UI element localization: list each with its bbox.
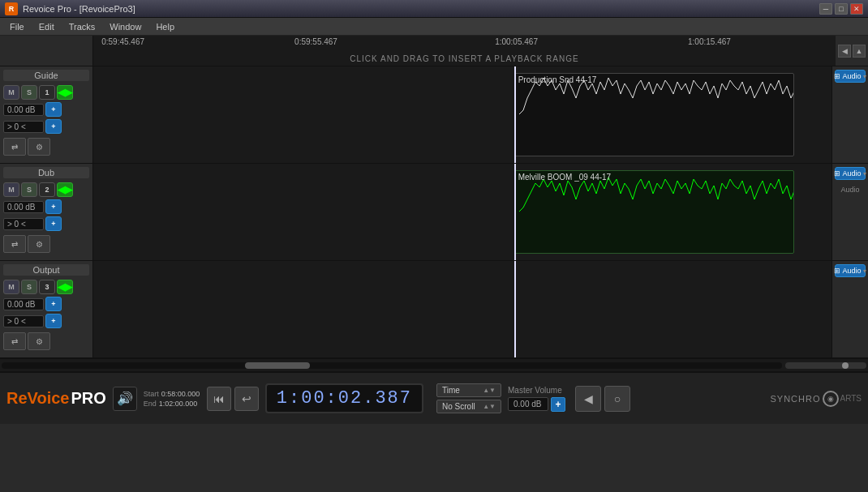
window-title: Revoice Pro - [RevoicePro3] bbox=[23, 4, 135, 14]
guide-vol-display: 0.00 dB bbox=[3, 104, 44, 116]
dub-audio-label: Audio bbox=[842, 169, 861, 178]
timecode-display: 1:00:02.387 bbox=[265, 383, 423, 413]
output-track-title: Output bbox=[3, 264, 89, 276]
dub-track-content[interactable]: Melville BOOM _09 44-17 bbox=[93, 164, 831, 261]
output-vol-row: 0.00 dB + bbox=[3, 297, 89, 311]
guide-vol-row: 0.00 dB + bbox=[3, 102, 89, 117]
synchro-circle-icon: ◉ bbox=[823, 391, 839, 407]
menu-edit[interactable]: Edit bbox=[32, 20, 61, 33]
bottom-bar: ReVoice PRO 🔊 Start 0:58:00.000 End 1:02… bbox=[0, 371, 868, 424]
output-solo-button[interactable]: S bbox=[21, 280, 37, 294]
guide-volume-icon[interactable]: ◀▶ bbox=[57, 85, 73, 100]
guide-solo-button[interactable]: S bbox=[21, 85, 37, 100]
guide-pan-display: > 0 < bbox=[3, 121, 44, 133]
dub-link-button[interactable]: ⇄ bbox=[3, 235, 26, 253]
transport-section: ⏮ ↩ bbox=[207, 387, 259, 411]
scroll-right-button[interactable]: ▲ bbox=[853, 45, 866, 58]
output-settings-button[interactable]: ⚙ bbox=[28, 332, 50, 350]
right-panel: ⊞ Audio ▾ ⊞ Audio ▾ Audio ⊞ Audio ▾ bbox=[831, 66, 868, 358]
zoom-slider[interactable] bbox=[785, 362, 866, 369]
guide-vol-plus-button[interactable]: + bbox=[45, 102, 62, 117]
guide-bottom-btns: ⇄ ⚙ bbox=[3, 136, 89, 157]
dub-right-section: ⊞ Audio ▾ Audio bbox=[832, 164, 868, 261]
dub-solo-button[interactable]: S bbox=[21, 182, 37, 197]
play-back-button[interactable]: ↩ bbox=[234, 387, 259, 411]
output-vol-display: 0.00 dB bbox=[3, 298, 44, 310]
end-value: 1:02:00.000 bbox=[159, 400, 198, 408]
dub-settings-button[interactable]: ⚙ bbox=[28, 235, 50, 253]
scroll-mode-label: No Scroll bbox=[442, 402, 475, 411]
output-track-content[interactable] bbox=[93, 261, 831, 358]
maximize-button[interactable]: □ bbox=[835, 3, 848, 15]
app-logo-area: ReVoice PRO bbox=[6, 389, 106, 408]
output-right-section: ⊞ Audio ▾ bbox=[832, 261, 868, 358]
close-button[interactable]: ✕ bbox=[850, 3, 863, 15]
track-label-guide: Guide M S 1 ◀▶ 0.00 dB + > 0 < + ⇄ ⚙ bbox=[0, 66, 92, 164]
time-mode-label: Time bbox=[442, 386, 460, 395]
guide-clip-label: Production Snd 44-17 bbox=[518, 75, 597, 84]
dub-clip-label: Melville BOOM _09 44-17 bbox=[518, 173, 612, 182]
tracks-content-panel: Production Snd 44-17 Melville BOOM _09 4… bbox=[93, 66, 831, 358]
record-button[interactable]: 🔊 bbox=[113, 387, 137, 411]
ruler-time-1: 0:59:45.467 bbox=[101, 37, 144, 46]
back-button[interactable]: ◀ bbox=[575, 386, 601, 412]
time-mode-dropdown[interactable]: Time ▲▼ bbox=[436, 383, 501, 397]
horizontal-scrollbar[interactable] bbox=[0, 358, 868, 371]
scroll-left-button[interactable]: ◀ bbox=[838, 45, 851, 58]
guide-mute-button[interactable]: M bbox=[3, 85, 19, 100]
menu-bar: File Edit Tracks Window Help bbox=[0, 18, 868, 36]
guide-audio-label: Audio bbox=[842, 72, 861, 80]
dub-track-number: 2 bbox=[39, 182, 55, 197]
output-volume-icon[interactable]: ◀▶ bbox=[57, 280, 73, 294]
guide-track-title: Guide bbox=[3, 70, 89, 81]
scroll-mode-dropdown[interactable]: No Scroll ▲▼ bbox=[436, 400, 501, 413]
dub-mute-button[interactable]: M bbox=[3, 182, 19, 197]
ruler-time-4: 1:00:15.467 bbox=[688, 37, 731, 46]
guide-track-content[interactable]: Production Snd 44-17 bbox=[93, 66, 831, 164]
logo-voice-text: Voice bbox=[28, 389, 70, 407]
guide-audio-button[interactable]: ⊞ Audio ▾ bbox=[835, 70, 866, 83]
timeline-header: 0:59:45.467 0:59:55.467 1:00:05.467 1:00… bbox=[0, 36, 868, 66]
end-label: End bbox=[144, 400, 157, 408]
dub-audio-clip[interactable]: Melville BOOM _09 44-17 bbox=[514, 170, 795, 254]
timeline-ruler[interactable]: 0:59:45.467 0:59:55.467 1:00:05.467 1:00… bbox=[93, 36, 836, 66]
zoom-thumb[interactable] bbox=[842, 362, 849, 369]
dub-pan-plus-button[interactable]: + bbox=[45, 216, 62, 231]
output-vol-plus-button[interactable]: + bbox=[45, 297, 62, 311]
scrollbar-thumb[interactable] bbox=[245, 362, 310, 369]
menu-tracks[interactable]: Tracks bbox=[62, 20, 102, 33]
logo-re-text: Re bbox=[6, 389, 28, 407]
menu-help[interactable]: Help bbox=[149, 20, 181, 33]
guide-pan-plus-button[interactable]: + bbox=[45, 119, 62, 134]
output-audio-button[interactable]: ⊞ Audio ▾ bbox=[835, 264, 866, 277]
dub-audio-button[interactable]: ⊞ Audio ▾ bbox=[835, 167, 866, 180]
output-audio-icon: ⊞ bbox=[834, 267, 840, 275]
guide-audio-clip[interactable]: Production Snd 44-17 bbox=[514, 73, 795, 156]
guide-settings-button[interactable]: ⚙ bbox=[28, 138, 50, 156]
track-label-output: Output M S 3 ◀▶ 0.00 dB + > 0 < + ⇄ ⚙ bbox=[0, 261, 92, 358]
scrollbar-track[interactable] bbox=[2, 362, 782, 369]
master-vol-plus-button[interactable]: + bbox=[551, 397, 565, 412]
playback-controls-right: Time ▲▼ No Scroll ▲▼ bbox=[436, 383, 501, 413]
master-vol-row: 0.00 dB + bbox=[508, 397, 565, 412]
arts-text: ARTS bbox=[840, 394, 862, 403]
title-bar-left: R Revoice Pro - [RevoicePro3] bbox=[5, 2, 135, 15]
output-link-button[interactable]: ⇄ bbox=[3, 332, 26, 350]
output-pan-display: > 0 < bbox=[3, 315, 44, 327]
dub-track-title: Dub bbox=[3, 167, 89, 178]
monitor-button[interactable]: ○ bbox=[604, 386, 630, 412]
menu-window[interactable]: Window bbox=[103, 20, 148, 33]
minimize-button[interactable]: ─ bbox=[819, 3, 832, 15]
guide-audio-icon: ⊞ bbox=[834, 72, 840, 80]
rewind-button[interactable]: ⏮ bbox=[207, 387, 231, 411]
output-mute-button[interactable]: M bbox=[3, 280, 19, 294]
dub-volume-icon[interactable]: ◀▶ bbox=[57, 182, 73, 197]
timeline-scroll-buttons: ◀ ▲ bbox=[836, 36, 868, 66]
guide-link-button[interactable]: ⇄ bbox=[3, 138, 26, 156]
menu-file[interactable]: File bbox=[3, 20, 31, 33]
time-display-section: Start 0:58:00.000 End 1:02:00.000 bbox=[144, 390, 200, 408]
dub-vol-plus-button[interactable]: + bbox=[45, 199, 62, 214]
synchro-logo: SYNCHRO ◉ ARTS bbox=[770, 391, 862, 407]
dub-track-btn-row: M S 2 ◀▶ bbox=[3, 182, 89, 197]
output-pan-plus-button[interactable]: + bbox=[45, 314, 62, 328]
